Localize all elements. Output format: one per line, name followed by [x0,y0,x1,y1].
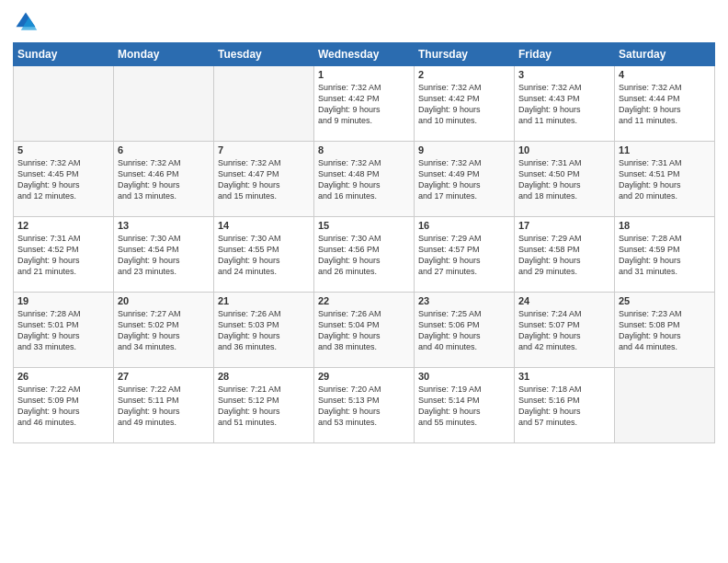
calendar-cell: 27Sunrise: 7:22 AM Sunset: 5:11 PM Dayli… [114,368,214,443]
day-number: 19 [17,295,109,306]
day-number: 4 [619,69,711,80]
day-number: 21 [218,295,310,306]
day-number: 31 [518,371,610,382]
day-info: Sunrise: 7:32 AM Sunset: 4:48 PM Dayligh… [318,157,410,202]
calendar-cell: 23Sunrise: 7:25 AM Sunset: 5:06 PM Dayli… [415,293,515,368]
calendar-cell: 14Sunrise: 7:30 AM Sunset: 4:55 PM Dayli… [214,217,314,293]
day-number: 5 [17,144,109,155]
day-info: Sunrise: 7:32 AM Sunset: 4:47 PM Dayligh… [218,157,310,202]
day-number: 20 [118,295,210,306]
weekday-header: Tuesday [214,43,314,66]
day-info: Sunrise: 7:31 AM Sunset: 4:52 PM Dayligh… [17,233,109,278]
day-info: Sunrise: 7:31 AM Sunset: 4:51 PM Dayligh… [619,157,711,202]
calendar-cell: 29Sunrise: 7:20 AM Sunset: 5:13 PM Dayli… [314,368,415,443]
day-number: 15 [318,220,410,231]
day-info: Sunrise: 7:22 AM Sunset: 5:09 PM Dayligh… [17,384,109,429]
day-number: 14 [218,220,310,231]
day-number: 18 [619,220,711,231]
calendar-cell: 15Sunrise: 7:30 AM Sunset: 4:56 PM Dayli… [314,217,415,293]
day-info: Sunrise: 7:32 AM Sunset: 4:43 PM Dayligh… [518,82,610,127]
day-number: 16 [418,220,510,231]
day-info: Sunrise: 7:20 AM Sunset: 5:13 PM Dayligh… [318,384,410,429]
day-info: Sunrise: 7:19 AM Sunset: 5:14 PM Dayligh… [418,384,510,429]
calendar-cell: 7Sunrise: 7:32 AM Sunset: 4:47 PM Daylig… [214,142,314,217]
calendar-cell: 12Sunrise: 7:31 AM Sunset: 4:52 PM Dayli… [14,217,114,293]
calendar-cell: 19Sunrise: 7:28 AM Sunset: 5:01 PM Dayli… [14,293,114,368]
calendar-cell: 25Sunrise: 7:23 AM Sunset: 5:08 PM Dayli… [615,293,715,368]
day-info: Sunrise: 7:24 AM Sunset: 5:07 PM Dayligh… [518,308,610,353]
calendar-cell: 22Sunrise: 7:26 AM Sunset: 5:04 PM Dayli… [314,293,415,368]
calendar-cell: 17Sunrise: 7:29 AM Sunset: 4:58 PM Dayli… [515,217,615,293]
day-info: Sunrise: 7:30 AM Sunset: 4:56 PM Dayligh… [318,233,410,278]
weekday-header: Saturday [615,43,715,66]
day-info: Sunrise: 7:29 AM Sunset: 4:58 PM Dayligh… [518,233,610,278]
calendar-week-row: 5Sunrise: 7:32 AM Sunset: 4:45 PM Daylig… [14,142,715,217]
calendar-cell: 10Sunrise: 7:31 AM Sunset: 4:50 PM Dayli… [515,142,615,217]
calendar-cell: 13Sunrise: 7:30 AM Sunset: 4:54 PM Dayli… [114,217,214,293]
calendar-cell [214,66,314,142]
day-info: Sunrise: 7:22 AM Sunset: 5:11 PM Dayligh… [118,384,210,429]
day-number: 2 [418,69,510,80]
day-info: Sunrise: 7:32 AM Sunset: 4:45 PM Dayligh… [17,157,109,202]
day-number: 13 [118,220,210,231]
day-number: 9 [418,144,510,155]
calendar-cell: 6Sunrise: 7:32 AM Sunset: 4:46 PM Daylig… [114,142,214,217]
day-number: 23 [418,295,510,306]
day-info: Sunrise: 7:30 AM Sunset: 4:54 PM Dayligh… [118,233,210,278]
weekday-header: Friday [515,43,615,66]
day-number: 1 [318,69,410,80]
calendar-cell: 11Sunrise: 7:31 AM Sunset: 4:51 PM Dayli… [615,142,715,217]
day-info: Sunrise: 7:26 AM Sunset: 5:04 PM Dayligh… [318,308,410,353]
calendar-cell: 28Sunrise: 7:21 AM Sunset: 5:12 PM Dayli… [214,368,314,443]
weekday-header: Wednesday [314,43,415,66]
day-info: Sunrise: 7:31 AM Sunset: 4:50 PM Dayligh… [518,157,610,202]
calendar-cell: 18Sunrise: 7:28 AM Sunset: 4:59 PM Dayli… [615,217,715,293]
day-number: 27 [118,371,210,382]
calendar-cell: 30Sunrise: 7:19 AM Sunset: 5:14 PM Dayli… [415,368,515,443]
day-number: 29 [318,371,410,382]
day-info: Sunrise: 7:21 AM Sunset: 5:12 PM Dayligh… [218,384,310,429]
day-number: 24 [518,295,610,306]
calendar-cell: 16Sunrise: 7:29 AM Sunset: 4:57 PM Dayli… [415,217,515,293]
calendar-cell [14,66,114,142]
page: SundayMondayTuesdayWednesdayThursdayFrid… [0,0,728,563]
day-info: Sunrise: 7:27 AM Sunset: 5:02 PM Dayligh… [118,308,210,353]
logo [13,9,42,35]
day-info: Sunrise: 7:28 AM Sunset: 5:01 PM Dayligh… [17,308,109,353]
logo-icon [13,9,39,35]
day-number: 12 [17,220,109,231]
calendar-cell: 31Sunrise: 7:18 AM Sunset: 5:16 PM Dayli… [515,368,615,443]
calendar-cell: 3Sunrise: 7:32 AM Sunset: 4:43 PM Daylig… [515,66,615,142]
day-info: Sunrise: 7:30 AM Sunset: 4:55 PM Dayligh… [218,233,310,278]
calendar-cell [615,368,715,443]
calendar-cell: 2Sunrise: 7:32 AM Sunset: 4:42 PM Daylig… [415,66,515,142]
calendar-cell: 21Sunrise: 7:26 AM Sunset: 5:03 PM Dayli… [214,293,314,368]
calendar-cell: 26Sunrise: 7:22 AM Sunset: 5:09 PM Dayli… [14,368,114,443]
calendar-cell: 24Sunrise: 7:24 AM Sunset: 5:07 PM Dayli… [515,293,615,368]
calendar-header-row: SundayMondayTuesdayWednesdayThursdayFrid… [14,43,715,66]
day-number: 11 [619,144,711,155]
day-number: 3 [518,69,610,80]
day-info: Sunrise: 7:26 AM Sunset: 5:03 PM Dayligh… [218,308,310,353]
header [13,9,715,35]
day-number: 26 [17,371,109,382]
calendar-cell: 8Sunrise: 7:32 AM Sunset: 4:48 PM Daylig… [314,142,415,217]
day-info: Sunrise: 7:32 AM Sunset: 4:42 PM Dayligh… [418,82,510,127]
day-info: Sunrise: 7:23 AM Sunset: 5:08 PM Dayligh… [619,308,711,353]
calendar-cell: 1Sunrise: 7:32 AM Sunset: 4:42 PM Daylig… [314,66,415,142]
calendar-week-row: 19Sunrise: 7:28 AM Sunset: 5:01 PM Dayli… [14,293,715,368]
day-info: Sunrise: 7:25 AM Sunset: 5:06 PM Dayligh… [418,308,510,353]
calendar-week-row: 1Sunrise: 7:32 AM Sunset: 4:42 PM Daylig… [14,66,715,142]
day-number: 8 [318,144,410,155]
day-info: Sunrise: 7:32 AM Sunset: 4:46 PM Dayligh… [118,157,210,202]
day-number: 22 [318,295,410,306]
day-number: 25 [619,295,711,306]
calendar-cell: 9Sunrise: 7:32 AM Sunset: 4:49 PM Daylig… [415,142,515,217]
calendar-cell [114,66,214,142]
weekday-header: Sunday [14,43,114,66]
day-number: 7 [218,144,310,155]
weekday-header: Monday [114,43,214,66]
calendar-cell: 5Sunrise: 7:32 AM Sunset: 4:45 PM Daylig… [14,142,114,217]
day-number: 6 [118,144,210,155]
day-number: 17 [518,220,610,231]
